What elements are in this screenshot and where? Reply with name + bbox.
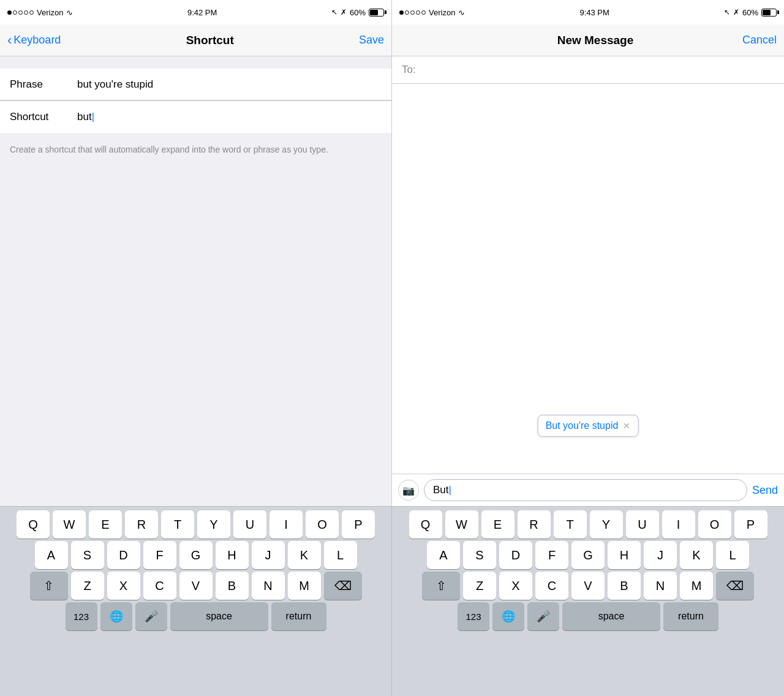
key-t[interactable]: T xyxy=(161,510,194,539)
phrase-value[interactable]: but you're stupid xyxy=(77,78,382,91)
key-g[interactable]: G xyxy=(179,541,213,569)
back-button[interactable]: ‹ Keyboard xyxy=(7,32,61,48)
key-c-r[interactable]: C xyxy=(535,572,568,600)
key-x-r[interactable]: X xyxy=(499,572,532,600)
bluetooth-left: ✗ xyxy=(341,8,347,17)
cancel-button[interactable]: Cancel xyxy=(742,34,777,47)
key-d[interactable]: D xyxy=(107,541,140,569)
globe-button-right[interactable]: 🌐 xyxy=(492,602,524,630)
key-d-r[interactable]: D xyxy=(499,541,532,569)
key-f-r[interactable]: F xyxy=(535,541,568,569)
key-b-r[interactable]: B xyxy=(608,572,641,600)
key-s[interactable]: S xyxy=(71,541,104,569)
space-button-left[interactable]: space xyxy=(170,602,268,630)
key-l[interactable]: L xyxy=(324,541,357,569)
key-u-r[interactable]: U xyxy=(626,510,659,539)
key-i[interactable]: I xyxy=(270,510,303,539)
key-x[interactable]: X xyxy=(107,572,140,600)
delete-button-left[interactable]: ⌫ xyxy=(324,572,362,600)
key-row-4-left: 123 🌐 🎤 space return xyxy=(2,602,389,630)
key-n-r[interactable]: N xyxy=(644,572,677,600)
key-n[interactable]: N xyxy=(252,572,285,600)
shift-button-right[interactable]: ⇧ xyxy=(422,572,460,600)
autocomplete-container: But you're stupid ✕ xyxy=(538,415,639,437)
key-r-r[interactable]: R xyxy=(518,510,551,539)
key-z-r[interactable]: Z xyxy=(463,572,496,600)
globe-button-left[interactable]: 🌐 xyxy=(100,602,132,630)
mic-button-right[interactable]: 🎤 xyxy=(527,602,559,630)
key-f[interactable]: F xyxy=(143,541,176,569)
key-a[interactable]: A xyxy=(35,541,68,569)
key-q[interactable]: Q xyxy=(17,510,50,539)
key-s-r[interactable]: S xyxy=(463,541,496,569)
shortcut-row[interactable]: Shortcut but xyxy=(0,101,391,133)
key-m-r[interactable]: M xyxy=(680,572,713,600)
return-button-left[interactable]: return xyxy=(271,602,326,630)
shortcut-value[interactable]: but xyxy=(77,111,382,123)
key-o-r[interactable]: O xyxy=(698,510,731,539)
key-o[interactable]: O xyxy=(306,510,339,539)
key-v-r[interactable]: V xyxy=(571,572,605,600)
shift-button-left[interactable]: ⇧ xyxy=(30,572,68,600)
page-title-left: Shortcut xyxy=(186,34,234,47)
send-button[interactable]: Send xyxy=(752,484,778,497)
key-w-r[interactable]: W xyxy=(445,510,478,539)
back-label[interactable]: Keyboard xyxy=(13,34,61,47)
key-e[interactable]: E xyxy=(89,510,122,539)
key-k-r[interactable]: K xyxy=(680,541,713,569)
message-body[interactable]: But you're stupid ✕ xyxy=(392,84,784,474)
delete-button-right[interactable]: ⌫ xyxy=(716,572,754,600)
key-v[interactable]: V xyxy=(179,572,213,600)
key-p[interactable]: P xyxy=(342,510,375,539)
key-t-r[interactable]: T xyxy=(554,510,587,539)
message-input[interactable]: But xyxy=(424,479,747,501)
key-y-r[interactable]: Y xyxy=(590,510,623,539)
wifi-icon-right: ∿ xyxy=(458,8,465,17)
page-title-right: New Message xyxy=(448,34,742,47)
time-left: 9:42 PM xyxy=(187,8,217,17)
key-l-r[interactable]: L xyxy=(716,541,749,569)
numbers-button-right[interactable]: 123 xyxy=(458,602,489,630)
to-field[interactable]: To: xyxy=(392,56,784,84)
carrier-right: Verizon xyxy=(429,8,455,17)
key-y[interactable]: Y xyxy=(197,510,230,539)
return-button-right[interactable]: return xyxy=(663,602,718,630)
key-row-2-right: A S D F G H J K L xyxy=(394,541,782,569)
keyboard: Q W E R T Y U I O P A S D F G H J K L ⇧ … xyxy=(0,506,784,696)
key-e-r[interactable]: E xyxy=(481,510,514,539)
time-right: 9:43 PM xyxy=(579,8,609,17)
autocomplete-dismiss[interactable]: ✕ xyxy=(623,421,630,431)
key-a-r[interactable]: A xyxy=(427,541,460,569)
save-button[interactable]: Save xyxy=(359,34,384,47)
camera-button[interactable]: 📷 xyxy=(398,480,419,501)
key-i-r[interactable]: I xyxy=(662,510,695,539)
key-h[interactable]: H xyxy=(216,541,249,569)
key-m[interactable]: M xyxy=(288,572,321,600)
phrase-row: Phrase but you're stupid xyxy=(0,69,391,100)
arrow-left: ↖ xyxy=(331,8,337,17)
key-b[interactable]: B xyxy=(216,572,249,600)
key-h-r[interactable]: H xyxy=(608,541,641,569)
message-input-row: 📷 But Send xyxy=(392,474,784,506)
key-j[interactable]: J xyxy=(252,541,285,569)
battery-percent-right: 60% xyxy=(742,8,758,17)
key-k[interactable]: K xyxy=(288,541,321,569)
key-r[interactable]: R xyxy=(125,510,158,539)
mic-button-left[interactable]: 🎤 xyxy=(135,602,167,630)
key-u[interactable]: U xyxy=(233,510,266,539)
key-j-r[interactable]: J xyxy=(644,541,677,569)
key-w[interactable]: W xyxy=(53,510,86,539)
key-row-1-right: Q W E R T Y U I O P xyxy=(394,510,782,539)
battery-percent-left: 60% xyxy=(350,8,366,17)
key-row-1-left: Q W E R T Y U I O P xyxy=(2,510,389,539)
key-q-r[interactable]: Q xyxy=(409,510,442,539)
hint-text: Create a shortcut that will automaticall… xyxy=(0,133,391,166)
key-g-r[interactable]: G xyxy=(571,541,605,569)
key-z[interactable]: Z xyxy=(71,572,104,600)
space-button-right[interactable]: space xyxy=(562,602,660,630)
carrier-left: Verizon xyxy=(37,8,63,17)
autocomplete-bubble[interactable]: But you're stupid ✕ xyxy=(538,415,639,437)
numbers-button-left[interactable]: 123 xyxy=(66,602,97,630)
key-c[interactable]: C xyxy=(143,572,176,600)
key-p-r[interactable]: P xyxy=(734,510,767,539)
